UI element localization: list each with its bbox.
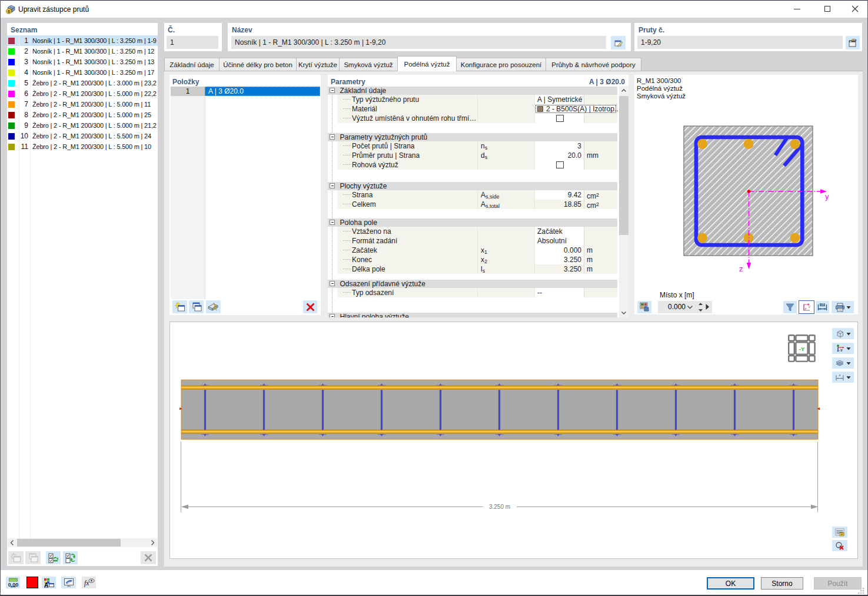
svg-text:z: z bbox=[804, 307, 806, 310]
svg-text:100: 100 bbox=[820, 303, 825, 306]
svg-text:A: A bbox=[44, 581, 48, 588]
svg-text:z: z bbox=[739, 264, 743, 273]
svg-text:y: y bbox=[809, 304, 810, 308]
svg-text:x: x bbox=[839, 373, 842, 377]
svg-text:y: y bbox=[825, 192, 829, 201]
svg-text:6: 6 bbox=[8, 9, 10, 14]
svg-text:-Y: -Y bbox=[799, 346, 805, 352]
svg-text:3.250 m: 3.250 m bbox=[489, 504, 510, 510]
svg-text:-Y: -Y bbox=[839, 349, 843, 352]
